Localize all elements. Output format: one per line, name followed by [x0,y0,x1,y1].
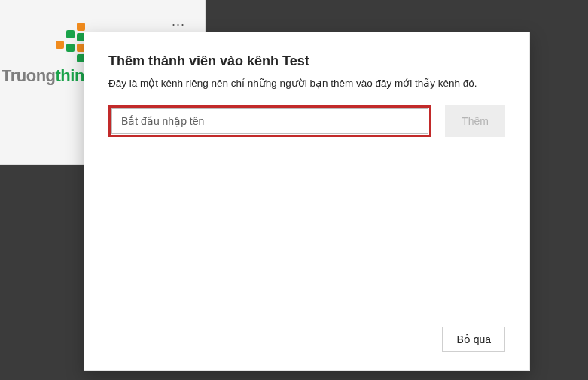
dialog-footer: Bỏ qua [108,327,505,352]
input-highlight-frame [108,105,431,137]
member-name-input[interactable] [111,108,428,134]
add-members-dialog: Thêm thành viên vào kênh Test Đây là một… [84,32,530,371]
dialog-title: Thêm thành viên vào kênh Test [108,53,505,69]
skip-button[interactable]: Bỏ qua [442,327,505,352]
more-options-button[interactable]: ··· [167,17,190,32]
dialog-description: Đây là một kênh riêng nên chỉ những ngườ… [108,77,505,89]
add-button[interactable]: Thêm [445,105,505,137]
input-row: Thêm [108,105,505,137]
